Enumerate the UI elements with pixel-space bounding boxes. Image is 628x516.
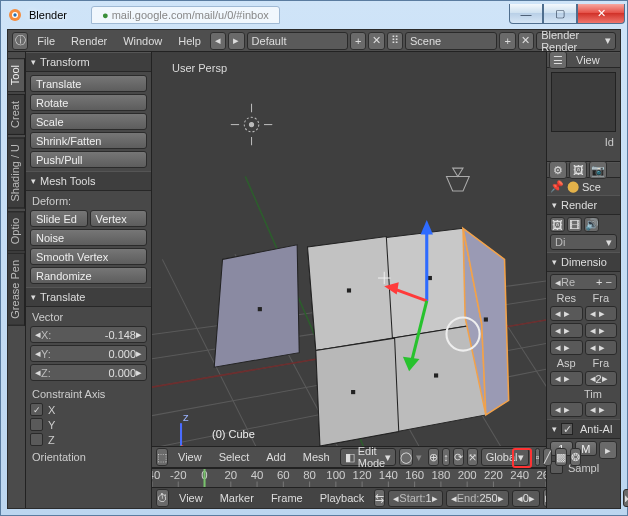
sel-edge-icon[interactable]: ╱ bbox=[543, 448, 552, 466]
res-y-field[interactable]: ◂ ▸ bbox=[550, 323, 583, 338]
btn-vertex[interactable]: Vertex bbox=[90, 210, 148, 227]
pivot-icon[interactable]: ⊕ bbox=[428, 448, 439, 466]
vp-menu-view[interactable]: View bbox=[171, 449, 209, 465]
btn-slide-edge[interactable]: Slide Ed bbox=[30, 210, 88, 227]
range-icon[interactable]: ⇆ bbox=[374, 489, 385, 507]
screen-layout-field[interactable]: Default bbox=[247, 32, 348, 50]
fps-field[interactable]: ◂ 2 ▸ bbox=[585, 371, 618, 386]
fra-s-field[interactable]: ◂ ▸ bbox=[585, 306, 618, 321]
constraint-z[interactable]: Z bbox=[30, 433, 147, 446]
fwd-icon[interactable]: ▸ bbox=[228, 32, 244, 50]
constraint-y[interactable]: Y bbox=[30, 418, 147, 431]
btn-translate[interactable]: Translate bbox=[30, 75, 147, 92]
render-image-icon[interactable]: 🖼 bbox=[550, 217, 565, 232]
vtab-create[interactable]: Creat bbox=[8, 94, 25, 135]
editor-type-outliner-icon[interactable]: ☰ bbox=[549, 52, 567, 69]
panel-render-header[interactable]: Render bbox=[547, 195, 620, 215]
mode-selector[interactable]: ◧ Edit Mode▾ bbox=[340, 448, 397, 466]
tl-menu-view[interactable]: View bbox=[172, 490, 210, 506]
menu-render[interactable]: Render bbox=[64, 33, 114, 49]
layout-add-icon[interactable]: + bbox=[350, 32, 366, 50]
end-frame-field[interactable]: ◂End:250▸ bbox=[446, 490, 509, 507]
sel-face-icon[interactable]: ▩ bbox=[555, 448, 567, 466]
btn-rotate[interactable]: Rotate bbox=[30, 94, 147, 111]
display-field[interactable]: Di▾ bbox=[550, 234, 617, 250]
panel-transform-header[interactable]: Transform bbox=[26, 52, 151, 72]
render-anim-icon[interactable]: 🎞 bbox=[567, 217, 582, 232]
editor-type-timeline-icon[interactable]: ⏱ bbox=[156, 489, 169, 507]
scene-del-icon[interactable]: ✕ bbox=[518, 32, 534, 50]
orientation-selector[interactable]: Global▾ bbox=[481, 448, 529, 466]
outliner[interactable]: Id bbox=[547, 68, 620, 162]
maximize-button[interactable]: ▢ bbox=[543, 4, 577, 24]
btn-scale[interactable]: Scale bbox=[30, 113, 147, 130]
shading-icon[interactable]: ◯ bbox=[399, 448, 413, 466]
panel-translate-header[interactable]: Translate bbox=[26, 287, 151, 307]
cur-frame-field[interactable]: ◂0▸ bbox=[512, 490, 540, 507]
btn-shrink[interactable]: Shrink/Fatten bbox=[30, 132, 147, 149]
timeline-ruler[interactable]: -40-200204060801001201401601802002202402… bbox=[152, 469, 546, 488]
props-cat2-icon[interactable]: 📷 bbox=[589, 161, 607, 179]
manip-translate-icon[interactable]: ↕ bbox=[442, 448, 450, 466]
border-field[interactable]: ◂ ▸ bbox=[550, 402, 583, 417]
res-label: Res bbox=[550, 292, 583, 304]
btn-randomize[interactable]: Randomize bbox=[30, 267, 147, 284]
jump-end-icon[interactable]: ⏭ bbox=[623, 489, 628, 507]
scene-add-icon[interactable]: + bbox=[499, 32, 515, 50]
close-button[interactable]: ✕ bbox=[577, 4, 625, 24]
btn-pushpull[interactable]: Push/Pull bbox=[30, 151, 147, 168]
screen-layout-label: Default bbox=[252, 35, 287, 47]
limit-sel-icon[interactable]: ❂ bbox=[570, 448, 581, 466]
fra-step-field[interactable]: ◂ ▸ bbox=[585, 340, 618, 355]
back-icon[interactable]: ◂ bbox=[210, 32, 226, 50]
props-cat1-icon[interactable]: 🖼 bbox=[569, 161, 587, 179]
3d-viewport[interactable]: z x y User Persp (0) Cube bbox=[152, 52, 546, 446]
svg-text:120: 120 bbox=[353, 469, 372, 481]
panel-meshtools-header[interactable]: Mesh Tools bbox=[26, 171, 151, 191]
editor-type-icon[interactable]: ⓘ bbox=[12, 32, 28, 50]
tl-menu-frame[interactable]: Frame bbox=[264, 490, 310, 506]
editor-type-3dview-icon[interactable]: ⬚ bbox=[156, 448, 168, 466]
preset-field[interactable]: ◂Re+ − bbox=[550, 274, 617, 290]
res-pct-field[interactable]: ◂ ▸ bbox=[550, 340, 583, 355]
persp-label: User Persp bbox=[172, 62, 227, 74]
vp-menu-mesh[interactable]: Mesh bbox=[296, 449, 337, 465]
minimize-button[interactable]: — bbox=[509, 4, 543, 24]
vtab-grease[interactable]: Grease Pen bbox=[8, 253, 25, 326]
vtab-options[interactable]: Optio bbox=[8, 211, 25, 251]
vp-menu-add[interactable]: Add bbox=[259, 449, 293, 465]
fra-e-field[interactable]: ◂ ▸ bbox=[585, 323, 618, 338]
btn-smoothv[interactable]: Smooth Vertex bbox=[30, 248, 147, 265]
scene-field[interactable]: Scene bbox=[405, 32, 497, 50]
start-frame-field[interactable]: ◂Start:1▸ bbox=[388, 490, 442, 507]
vtab-tool[interactable]: Tool bbox=[8, 58, 25, 92]
tl-menu-marker[interactable]: Marker bbox=[213, 490, 261, 506]
manip-scale-icon[interactable]: ⤧ bbox=[467, 448, 478, 466]
vec-x-field[interactable]: ◂X:-0.148▸ bbox=[30, 326, 147, 343]
menu-file[interactable]: File bbox=[30, 33, 62, 49]
panel-dim-header[interactable]: Dimensio bbox=[547, 252, 620, 272]
scene-browse-icon[interactable]: ⠿ bbox=[387, 32, 403, 50]
outliner-view-menu[interactable]: View bbox=[569, 52, 607, 68]
render-engine-field[interactable]: Blender Render ▾ bbox=[536, 32, 616, 50]
layout-del-icon[interactable]: ✕ bbox=[368, 32, 384, 50]
vec-y-field[interactable]: ◂Y:0.000▸ bbox=[30, 345, 147, 362]
aa-more-icon[interactable]: ▸ bbox=[599, 441, 617, 459]
timremap-field[interactable]: ◂ ▸ bbox=[585, 402, 618, 417]
constraint-x[interactable]: ✓X bbox=[30, 403, 147, 416]
render-audio-icon[interactable]: 🔊 bbox=[584, 217, 599, 232]
tl-menu-playback[interactable]: Playback bbox=[313, 490, 372, 506]
vec-z-field[interactable]: ◂Z:0.000▸ bbox=[30, 364, 147, 381]
pin-icon[interactable]: 📌 bbox=[550, 180, 564, 193]
asp-x-field[interactable]: ◂ ▸ bbox=[550, 371, 583, 386]
manip-rotate-icon[interactable]: ⟳ bbox=[453, 448, 464, 466]
panel-aa-header[interactable]: ✓Anti-Al bbox=[547, 419, 620, 439]
vtab-shading[interactable]: Shading / U bbox=[8, 137, 25, 208]
vp-menu-select[interactable]: Select bbox=[212, 449, 257, 465]
btn-noise[interactable]: Noise bbox=[30, 229, 147, 246]
sel-vertex-icon[interactable]: ▫ bbox=[535, 448, 541, 466]
res-x-field[interactable]: ◂ ▸ bbox=[550, 306, 583, 321]
editor-type-props-icon[interactable]: ⚙ bbox=[549, 161, 567, 179]
menu-help[interactable]: Help bbox=[171, 33, 208, 49]
menu-window[interactable]: Window bbox=[116, 33, 169, 49]
